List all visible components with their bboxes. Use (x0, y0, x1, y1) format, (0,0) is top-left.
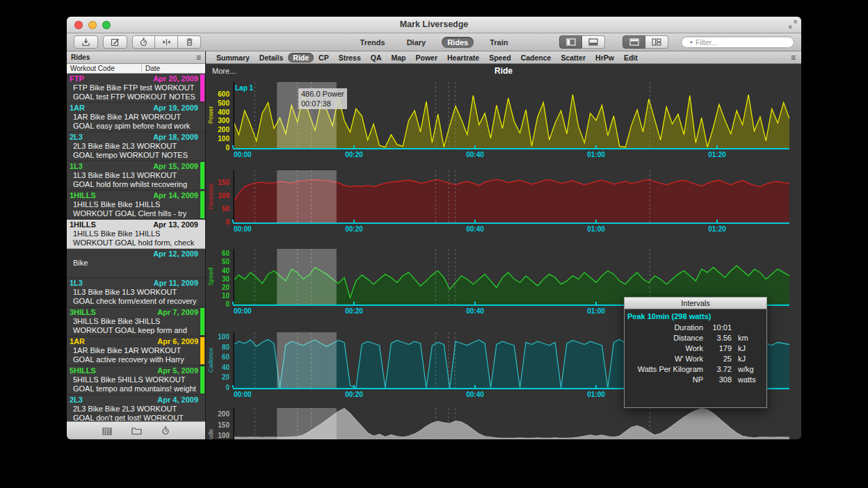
heartrate-plot[interactable] (233, 170, 789, 222)
speed-ytick: 0 (206, 300, 230, 308)
ride-row-header: 1L3Apr 15, 2009 (70, 162, 198, 171)
x-tick-label: 00:00 (234, 151, 252, 158)
analysis-tab-cp[interactable]: CP (314, 53, 334, 63)
import-button[interactable] (74, 35, 98, 49)
app-tab-trends[interactable]: Trends (355, 37, 391, 48)
layout-toggle-group (622, 35, 668, 49)
ride-date: Apr 18, 2009 (153, 133, 198, 142)
ride-row-header: Apr 12, 2009 (70, 250, 198, 259)
x-tickmark (353, 220, 355, 222)
stopwatch-button[interactable] (132, 35, 155, 49)
close-button[interactable] (74, 21, 83, 29)
calendar-icon[interactable] (102, 427, 112, 435)
tabbed-view-button[interactable] (645, 35, 668, 49)
speed-ytick: 10 (206, 292, 230, 300)
x-tickmark (232, 385, 234, 388)
ride-date: Apr 6, 2009 (157, 337, 198, 346)
ride-list-item[interactable]: 5HILLSApr 5, 20095HILLS Bike 5HILLS WORK… (67, 366, 205, 395)
folder-icon[interactable] (131, 427, 142, 435)
ride-list-item[interactable]: 1HILLSApr 14, 20091HILLS Bike Bike 1HILL… (67, 190, 205, 220)
app-tab-train[interactable]: Train (484, 37, 513, 48)
zoom-button[interactable] (102, 21, 111, 29)
analysis-tab-hrpw[interactable]: HrPw (590, 53, 619, 63)
altitude-ytick: 150 (206, 421, 230, 429)
ride-description: 5HILLS Bike 5HILLS WORKOUT (70, 375, 198, 384)
metric-unit: watts (732, 375, 762, 385)
sidebar-header: Rides ≡ (67, 51, 205, 64)
ride-description: 1AR Bike Bike 1AR WORKOUT (70, 113, 198, 122)
analysis-tab-scatter[interactable]: Scatter (556, 53, 590, 63)
minimize-button[interactable] (88, 21, 97, 29)
speed-plot[interactable] (233, 249, 789, 304)
column-date[interactable]: Date (141, 65, 205, 72)
analysis-tab-cadence[interactable]: Cadence (516, 53, 556, 63)
delete-button[interactable] (178, 35, 201, 49)
interval-metric-row: Watts Per Kilogram3.72w/kg (627, 364, 762, 375)
analysis-tab-map[interactable]: Map (387, 53, 411, 63)
x-tickmark (474, 220, 476, 222)
analysis-tab-speed[interactable]: Speed (484, 53, 516, 63)
ride-list-item[interactable]: 2L3Apr 4, 20092L3 Bike Bike 2L3 WORKOUTG… (67, 395, 205, 421)
column-workout-code[interactable]: Workout Code (67, 65, 141, 72)
tiled-view-icon (629, 38, 639, 46)
app-tab-diary[interactable]: Diary (401, 37, 432, 48)
ride-row-header: 2L3Apr 4, 2009 (70, 396, 198, 405)
intervals-popup-body: Peak 10min (298 watts) Duration10:01Dist… (625, 309, 766, 385)
ride-row-header: FTPApr 20, 2009 (70, 74, 198, 83)
sidebar-toggle-button[interactable] (559, 35, 582, 49)
speed-ytick: 40 (206, 267, 230, 275)
x-tick-label: 01:00 (587, 391, 605, 398)
filter-menu-caret[interactable]: ▼ (689, 40, 693, 44)
filter-input[interactable] (696, 38, 789, 47)
analysis-tab-summary[interactable]: Summary (211, 53, 255, 63)
power-plot[interactable]: Lap 1486.0 Power00:07:38 (233, 82, 789, 148)
analysis-tab-stress[interactable]: Stress (334, 53, 366, 63)
x-tickmark (595, 385, 597, 388)
panel-toggle-group (559, 35, 605, 49)
ride-list-item[interactable]: 1HILLSApr 13, 20091HILLS Bike Bike 1HILL… (67, 220, 205, 249)
title-bar: Mark Liversedge (67, 17, 801, 33)
tiled-view-button[interactable] (622, 35, 645, 49)
cadence-ytick: 20 (206, 373, 230, 381)
ride-list-item[interactable]: 1ARApr 6, 20091AR Bike Bike 1AR WORKOUTG… (67, 336, 205, 366)
ride-list-item[interactable]: 3HILLSApr 7, 20093HILLS Bike Bike 3HILLS… (67, 307, 205, 336)
split-button[interactable] (155, 35, 178, 49)
stopwatch-icon[interactable] (161, 426, 170, 435)
x-tick-label: 00:00 (234, 391, 252, 398)
analysis-tab-qa[interactable]: QA (366, 53, 387, 63)
metric-unit: km (732, 333, 762, 343)
x-tickmark (232, 145, 234, 148)
analysis-tab-edit[interactable]: Edit (619, 53, 643, 63)
ride-color-bar (200, 366, 204, 393)
filter-box: ▼ (681, 36, 794, 48)
analysis-tab-details[interactable]: Details (255, 53, 288, 63)
analysis-tab-power[interactable]: Power (411, 53, 443, 63)
chart-menu-icon[interactable]: ≡ (791, 54, 796, 61)
metric-unit (732, 323, 762, 333)
ride-color-bar (200, 162, 204, 189)
ride-list-item[interactable]: 1ARApr 19, 20091AR Bike Bike 1AR WORKOUT… (67, 103, 205, 132)
ride-list-item[interactable]: FTPApr 20, 2009FTP Bike Bike FTP test WO… (67, 74, 205, 103)
cadence-ytick: 100 (206, 333, 230, 341)
altitude-plot[interactable] (233, 408, 789, 439)
fullscreen-icon[interactable] (789, 20, 797, 29)
ride-list-item[interactable]: 2L3Apr 18, 20092L3 Bike Bike 2L3 WORKOUT… (67, 132, 205, 161)
ride-list-item[interactable]: 1L3Apr 11, 20091L3 Bike Bike 1L3 WORKOUT… (67, 278, 205, 307)
ride-code: 2L3 (70, 133, 83, 142)
bottombar-toggle-button[interactable] (582, 35, 605, 49)
speed-ytick: 60 (206, 250, 230, 257)
metric-value: 308 (709, 375, 732, 385)
analysis-tab-heartrate[interactable]: Heartrate (442, 53, 484, 63)
ride-list-item[interactable]: 1L3Apr 15, 20091L3 Bike Bike 1L3 WORKOUT… (67, 161, 205, 190)
x-tickmark (595, 145, 597, 148)
x-tick-label: 01:00 (587, 307, 605, 315)
x-tickmark (716, 220, 718, 222)
sidebar-menu-icon[interactable]: ≡ (196, 54, 201, 61)
x-tickmark (474, 385, 476, 388)
compose-button[interactable] (103, 35, 127, 49)
intervals-popup-title[interactable]: Intervals (625, 298, 766, 309)
ride-description: 1L3 Bike Bike 1L3 WORKOUT (70, 171, 198, 180)
app-tab-rides[interactable]: Rides (442, 37, 474, 48)
analysis-tab-ride[interactable]: Ride (288, 53, 314, 63)
ride-list-item[interactable]: Apr 12, 2009Bike (67, 249, 205, 278)
